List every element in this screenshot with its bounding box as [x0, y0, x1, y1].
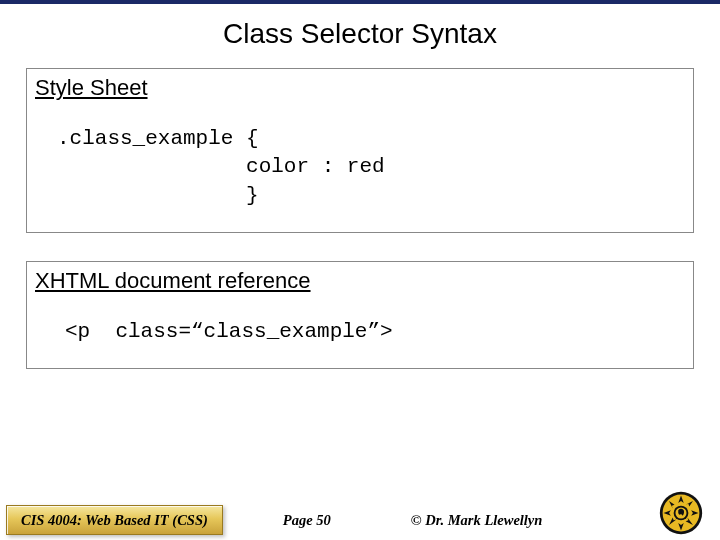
footer-course: CIS 4004: Web Based IT (CSS): [6, 505, 223, 535]
xhtml-code-block: <p class=“class_example”>: [35, 318, 685, 346]
footer-page: Page 50: [283, 512, 331, 529]
content-area: Style Sheet .class_example { color : red…: [0, 68, 720, 369]
panel-xhtml-reference: XHTML document reference <p class=“class…: [26, 261, 694, 369]
footer-copyright: © Dr. Mark Llewellyn: [411, 512, 543, 529]
panel-xhtml-label: XHTML document reference: [35, 268, 311, 294]
ucf-logo-icon: [658, 490, 704, 536]
panel-style-sheet: Style Sheet .class_example { color : red…: [26, 68, 694, 233]
css-code-block: .class_example { color : red }: [35, 125, 685, 210]
slide-title: Class Selector Syntax: [0, 4, 720, 68]
panel-style-sheet-label: Style Sheet: [35, 75, 148, 101]
footer: CIS 4004: Web Based IT (CSS) Page 50 © D…: [0, 500, 720, 540]
